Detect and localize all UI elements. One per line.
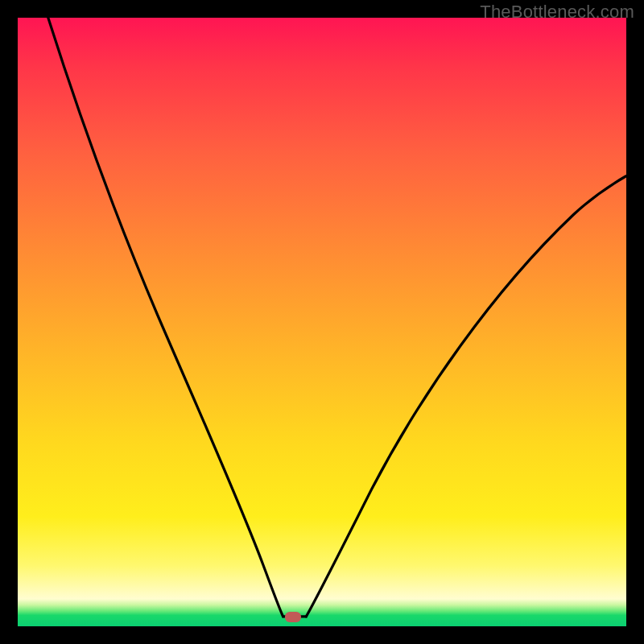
chart-plot-area xyxy=(18,18,626,626)
optimal-marker xyxy=(285,612,301,622)
watermark-text: TheBottleneck.com xyxy=(480,2,634,23)
